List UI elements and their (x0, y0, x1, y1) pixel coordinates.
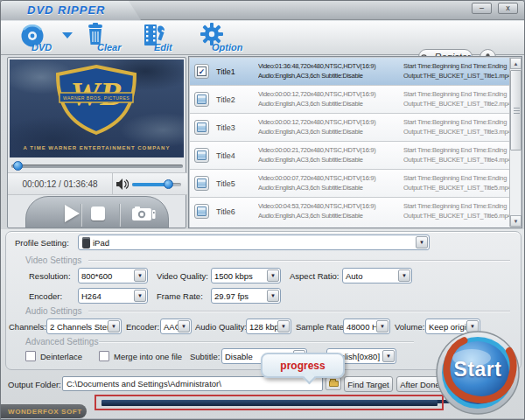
audio-quality-label: Audio Quality: (195, 322, 247, 332)
deinterlace-checkbox[interactable] (25, 351, 36, 361)
profile-setting-label: Profile Setting: (15, 238, 69, 248)
scroll-down-icon[interactable]: ▼ (510, 215, 522, 227)
title-frame-icon (197, 150, 206, 160)
title-checkbox[interactable] (194, 92, 209, 107)
table-row[interactable]: Title2 Video:00:00:12,720x480,NTSC,HDTV(… (190, 86, 510, 113)
clear-button[interactable]: Clear (86, 23, 131, 53)
chevron-down-icon[interactable]: ▼ (398, 270, 410, 282)
table-row[interactable]: Title4 Video:00:00:21,720x480,NTSC,HDTV(… (190, 142, 510, 169)
title-checkbox[interactable] (194, 176, 209, 191)
progress-annotation-box (94, 395, 444, 410)
chevron-down-icon[interactable]: ▼ (134, 290, 146, 302)
aspect-ratio-select[interactable]: Auto▼ (342, 268, 412, 284)
title-media-info: Video:00:00:21,720x480,NTSC,HDTV(16:9)Au… (258, 145, 400, 164)
dvd-button[interactable]: DVD (20, 23, 73, 53)
option-button[interactable]: Option (200, 23, 249, 53)
snapshot-button[interactable] (131, 206, 156, 221)
warner-bros-logo: WB WARNER BROS. PICTURES (10, 60, 184, 158)
audio-settings-title: Audio Settings (25, 306, 82, 316)
title-checkbox[interactable] (194, 204, 209, 219)
seek-track[interactable] (11, 164, 183, 168)
scroll-up-icon[interactable]: ▲ (510, 58, 522, 69)
audio-quality-select[interactable]: 128 kbps▼ (246, 318, 291, 334)
speaker-icon (116, 178, 129, 190)
find-target-button[interactable]: Find Target (344, 376, 393, 392)
close-button[interactable]: x (498, 3, 518, 14)
subtitle-label: Subtitle: (190, 352, 220, 361)
volume-track[interactable] (132, 183, 181, 186)
chevron-down-icon[interactable]: ▼ (108, 320, 120, 332)
channels-select[interactable]: 2 Channels Stereo▼ (46, 318, 122, 334)
channels-label: Channels: (9, 322, 46, 332)
title-output-info: Start Time:Beginning End Time:EndingOutp… (403, 89, 510, 108)
chevron-down-icon[interactable]: ▼ (178, 320, 190, 332)
chevron-down-icon[interactable]: ▼ (267, 290, 279, 302)
chevron-down-icon[interactable]: ▼ (134, 270, 146, 282)
edit-button[interactable]: Edit (143, 23, 185, 53)
audio-encoder-select[interactable]: AAC▼ (160, 318, 192, 334)
video-quality-select[interactable]: 1500 kbps▼ (211, 268, 281, 284)
title-media-info: Video:01:36:48,720x480,NTSC,HDTV(16:9)Au… (258, 61, 400, 80)
chevron-down-icon[interactable]: ▼ (267, 270, 279, 282)
volume-label: Volume: (395, 322, 424, 332)
frame-rate-label: Frame Rate: (157, 291, 203, 301)
merge-label: Merge into one file (114, 352, 182, 361)
deinterlace-label: Deinterlace (40, 352, 82, 361)
title-media-info: Video:00:04:53,720x480,NTSC,HDTV(16:9)Au… (258, 201, 400, 220)
app-title: DVD RIPPER (27, 4, 105, 17)
progress-bar (102, 400, 438, 406)
title-media-info: Video:00:00:12,720x480,NTSC,HDTV(16:9)Au… (258, 117, 400, 136)
chevron-down-icon[interactable]: ▼ (376, 320, 388, 332)
camera-icon (131, 206, 156, 221)
seek-handle[interactable] (13, 161, 23, 171)
start-button[interactable]: Start (433, 326, 522, 416)
stop-button[interactable] (91, 206, 105, 220)
merge-checkbox[interactable] (99, 351, 109, 361)
wonderfox-logo: WONDERFOX SOFT (1, 404, 87, 418)
resolution-label: Resolution: (29, 271, 71, 281)
browse-folder-button[interactable] (326, 377, 341, 390)
aspect-ratio-label: Aspect Ratio: (290, 271, 340, 281)
play-button[interactable] (65, 205, 80, 222)
checkbox-checked-icon: ✓ (197, 66, 206, 76)
output-folder-label: Output Folder: (8, 380, 61, 389)
table-row[interactable]: ✓ Title1 Video:01:36:48,720x480,NTSC,HDT… (190, 58, 510, 85)
title-frame-icon (197, 122, 206, 132)
progress-tooltip: progress (261, 353, 345, 378)
dvd-dropdown-arrow-icon[interactable] (62, 32, 73, 38)
list-scrollbar[interactable]: ▲ ▼ (509, 58, 521, 227)
resolution-select[interactable]: 800*600▼ (78, 268, 148, 284)
profile-setting-select[interactable]: iPad ▼ (78, 234, 430, 250)
scrollbar-thumb[interactable] (510, 70, 522, 150)
title-frame-icon (197, 94, 206, 104)
output-folder-input[interactable] (62, 376, 323, 391)
volume-handle[interactable] (164, 179, 173, 189)
title-name: Title6 (216, 207, 255, 216)
audio-encoder-label: Encoder: (126, 322, 159, 332)
title-checkbox[interactable]: ✓ (194, 64, 209, 79)
chevron-down-icon[interactable]: ▼ (416, 236, 428, 248)
advanced-settings-title: Advanced Settings (25, 337, 98, 346)
seek-slider[interactable] (11, 162, 183, 171)
title-frame-icon (197, 206, 206, 216)
toolbar: DVD Clear (1, 21, 525, 55)
table-row[interactable]: Title5 Video:00:00:07,720x480,NTSC,HDTV(… (190, 170, 510, 197)
frame-rate-select[interactable]: 29.97 fps▼ (211, 288, 281, 304)
title-output-info: Start Time:Beginning End Time:EndingOutp… (403, 145, 510, 164)
volume-control (113, 173, 187, 194)
table-row[interactable]: Title6 Video:00:04:53,720x480,NTSC,HDTV(… (190, 198, 510, 228)
video-encoder-select[interactable]: H264▼ (78, 288, 148, 304)
volume-fill (132, 183, 166, 186)
logo-company-text: A TIME WARNER ENTERTAINMENT COMPANY (10, 145, 184, 150)
sample-rate-label: Sample Rate: (296, 322, 346, 332)
video-preview-panel: WB WARNER BROS. PICTURES A TIME WARNER E… (7, 57, 186, 228)
minimize-button[interactable]: – (472, 3, 492, 14)
chevron-down-icon[interactable]: ▼ (277, 320, 290, 332)
sample-rate-select[interactable]: 48000 Hz▼ (343, 318, 390, 334)
title-checkbox[interactable] (194, 120, 209, 135)
table-row[interactable]: Title3 Video:00:00:12,720x480,NTSC,HDTV(… (190, 114, 510, 141)
folder-icon (329, 381, 339, 387)
title-checkbox[interactable] (194, 148, 209, 163)
chevron-down-icon[interactable]: ▼ (382, 350, 395, 362)
title-name: Title2 (216, 95, 255, 104)
